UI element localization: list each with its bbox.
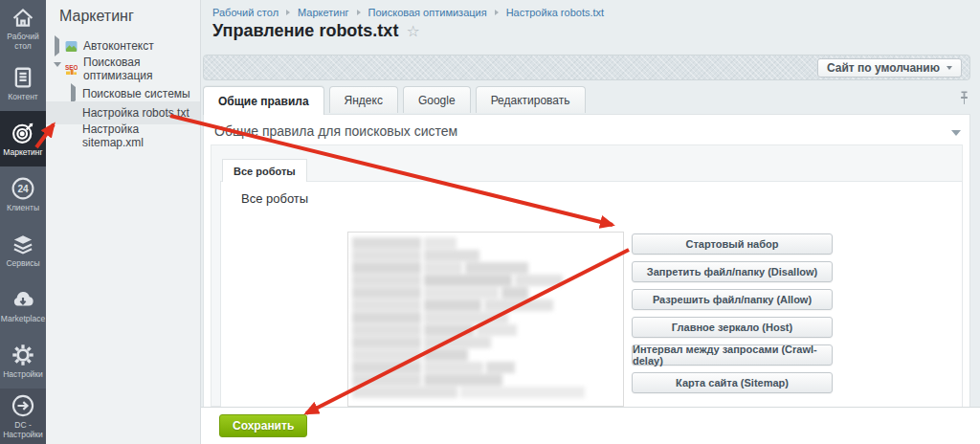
app-window: Рабочий стол Контент Маркетинг 24 Клиент… bbox=[0, 0, 980, 444]
document-icon bbox=[11, 65, 35, 90]
rail-item-label: Сервисы bbox=[5, 259, 40, 269]
sidebar-item-robots-txt[interactable]: Настройка robots.txt bbox=[46, 101, 200, 124]
redacted-text-content bbox=[352, 237, 619, 398]
breadcrumb-link-desktop[interactable]: Рабочий стол bbox=[212, 7, 278, 18]
tab-yandex[interactable]: Яндекс bbox=[329, 86, 398, 113]
rail-item-clients[interactable]: 24 Клиенты bbox=[0, 166, 46, 222]
sidebar-item-label: Поисковая оптимизация bbox=[83, 56, 200, 82]
starter-set-button[interactable]: Стартовый набор bbox=[632, 233, 833, 255]
rail-item-services[interactable]: Сервисы bbox=[0, 222, 46, 278]
robots-rules-textarea[interactable] bbox=[347, 232, 624, 407]
target-icon bbox=[11, 121, 35, 145]
sidebar-title: Маркетинг bbox=[59, 8, 134, 25]
cloud-download-icon bbox=[11, 287, 35, 312]
svg-text:24: 24 bbox=[17, 184, 29, 194]
picture-icon bbox=[65, 40, 78, 53]
svg-text:SEO: SEO bbox=[65, 64, 78, 71]
rail-item-marketing[interactable]: Маркетинг bbox=[0, 111, 46, 166]
sidebar-item-label: Настройка sitemap.xml bbox=[82, 122, 200, 149]
rail-item-dc-settings[interactable]: DC - Настройки bbox=[0, 388, 46, 444]
favorite-star-icon[interactable]: ☆ bbox=[406, 22, 419, 40]
rail-item-label: Маркетинг bbox=[2, 148, 43, 158]
tab-google[interactable]: Google bbox=[403, 86, 471, 113]
rail-item-label: Marketplace bbox=[0, 315, 46, 324]
page-title: Управление robots.txt ☆ bbox=[212, 21, 420, 41]
disallow-button[interactable]: Запретить файл/папку (Disallow) bbox=[632, 261, 833, 282]
sitemap-button[interactable]: Карта сайта (Sitemap) bbox=[632, 372, 833, 393]
breadcrumb-separator-icon bbox=[286, 10, 290, 15]
tab-bar: Общие правила Яндекс Google Редактироват… bbox=[203, 86, 586, 114]
tab-edit[interactable]: Редактировать bbox=[476, 86, 586, 113]
tab-all-robots[interactable]: Все роботы bbox=[222, 159, 307, 182]
site-selector-label: Сайт по умолчанию bbox=[827, 61, 940, 75]
rule-buttons-column: Стартовый набор Запретить файл/папку (Di… bbox=[632, 233, 833, 393]
home-icon bbox=[11, 5, 35, 30]
rail-item-content[interactable]: Контент bbox=[0, 56, 46, 111]
circle-arrow-icon bbox=[11, 393, 35, 418]
breadcrumb-separator-icon bbox=[495, 10, 499, 15]
clients-24-icon: 24 bbox=[11, 176, 35, 201]
host-button[interactable]: Главное зеркало (Host) bbox=[632, 317, 833, 338]
breadcrumb-link-robots[interactable]: Настройка robots.txt bbox=[506, 7, 604, 18]
sidebar-item-seo[interactable]: SEO Поисковая оптимизация bbox=[46, 57, 200, 80]
pin-icon[interactable] bbox=[958, 91, 970, 105]
section-collapse-icon[interactable] bbox=[951, 130, 961, 136]
left-rail: Рабочий стол Контент Маркетинг 24 Клиент… bbox=[0, 0, 46, 444]
allow-button[interactable]: Разрешить файл/папку (Allow) bbox=[632, 289, 833, 310]
chevron-right-icon bbox=[55, 35, 59, 56]
chevron-down-icon bbox=[947, 66, 952, 70]
crawl-delay-button[interactable]: Интервал между запросами (Crawl-delay) bbox=[632, 344, 833, 366]
rail-item-desktop[interactable]: Рабочий стол bbox=[0, 0, 46, 56]
save-button[interactable]: Сохранить bbox=[219, 414, 307, 437]
sidebar-item-label: Автоконтекст bbox=[83, 39, 154, 53]
rail-item-label: Клиенты bbox=[6, 204, 40, 213]
context-toolbar: Сайт по умолчанию bbox=[203, 55, 970, 80]
gear-icon bbox=[11, 343, 35, 367]
chevron-down-icon bbox=[54, 62, 61, 80]
sidebar-item-sitemap-xml[interactable]: Настройка sitemap.xml bbox=[46, 124, 200, 147]
sidebar-menu: Маркетинг Автоконтекст SEO Поисковая опт… bbox=[46, 0, 201, 444]
sidebar-item-label: Настройка robots.txt bbox=[82, 106, 189, 120]
breadcrumb: Рабочий стол Маркетинг Поисковая оптимиз… bbox=[212, 7, 604, 18]
page-title-text: Управление robots.txt bbox=[212, 21, 398, 41]
all-robots-heading: Все роботы bbox=[241, 191, 308, 206]
site-selector-dropdown[interactable]: Сайт по умолчанию bbox=[817, 58, 962, 78]
tab-general-rules[interactable]: Общие правила bbox=[203, 86, 324, 115]
breadcrumb-link-seo[interactable]: Поисковая оптимизация bbox=[368, 7, 487, 18]
section-heading: Общие правила для поисковых систем bbox=[214, 123, 457, 139]
rail-item-label: Контент bbox=[7, 93, 39, 102]
sidebar-item-label: Поисковые системы bbox=[82, 87, 190, 100]
breadcrumb-link-marketing[interactable]: Маркетинг bbox=[298, 7, 348, 18]
sidebar-item-autocontext[interactable]: Автоконтекст bbox=[46, 34, 200, 57]
breadcrumb-separator-icon bbox=[357, 10, 361, 15]
rail-item-settings[interactable]: Настройки bbox=[0, 333, 46, 388]
layers-icon bbox=[11, 232, 35, 256]
rail-item-label: DC - Настройки bbox=[0, 421, 46, 440]
rail-item-marketplace[interactable]: Marketplace bbox=[0, 278, 46, 333]
rail-item-label: Настройки bbox=[2, 370, 44, 380]
rail-item-label: Рабочий стол bbox=[0, 33, 46, 52]
seo-icon: SEO bbox=[65, 63, 78, 76]
footer-bar: Сохранить bbox=[201, 407, 980, 444]
